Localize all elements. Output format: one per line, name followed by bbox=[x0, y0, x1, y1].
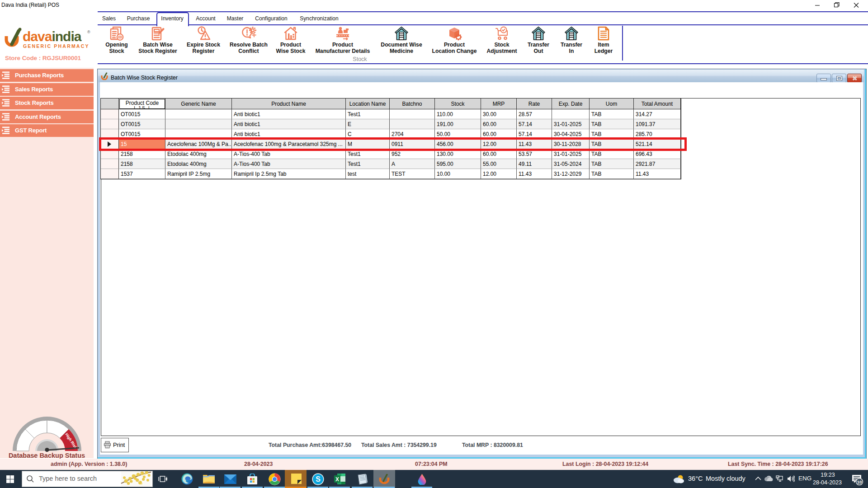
svg-text:GENERIC PHARMACY: GENERIC PHARMACY bbox=[23, 43, 90, 49]
svg-text:®: ® bbox=[87, 30, 90, 34]
svg-text:10: 10 bbox=[857, 479, 862, 484]
svg-text:davaindia: davaindia bbox=[23, 29, 82, 44]
svg-text:S: S bbox=[316, 475, 321, 483]
svg-text:X: X bbox=[335, 476, 339, 483]
